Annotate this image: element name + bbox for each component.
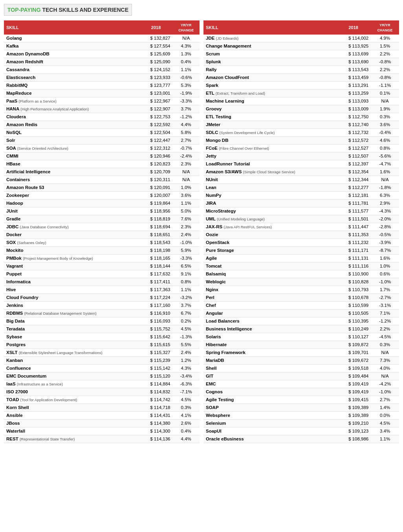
change-cell: 3.7% — [172, 105, 200, 113]
change-cell: -1.0% — [371, 388, 399, 396]
salary-cell: $ 109,672 — [336, 356, 371, 364]
left-table: SKILL 2018 YR/YRCHANGE Golang$ 132,827N/… — [4, 20, 200, 443]
change-cell: 0.4% — [172, 427, 200, 435]
skill-cell: ETL (Extract, Transform and Load) — [203, 89, 336, 97]
skill-cell: SOA (Service Oriented Architecture) — [4, 144, 139, 152]
salary-cell: $ 122,504 — [139, 128, 173, 136]
right-change-header: YR/YRCHANGE — [371, 20, 399, 35]
change-cell: -2.0% — [371, 215, 399, 223]
change-cell: -1.9% — [172, 89, 200, 97]
change-cell: 5.0% — [172, 207, 200, 215]
table-row: SOA (Service Oriented Architecture)$ 122… — [4, 144, 200, 152]
table-row: Zookeeper$ 120,0073.6% — [4, 191, 200, 199]
change-cell: 1.3% — [172, 50, 200, 58]
change-cell: 4.9% — [371, 35, 399, 42]
skill-cell: JDBC (Java Database Connectivity) — [4, 223, 139, 231]
skill-cell: Pure Storage — [203, 246, 336, 254]
change-cell: 1.0% — [371, 262, 399, 270]
salary-cell: $ 118,651 — [139, 231, 173, 238]
table-row: Cloudera$ 122,753-1.2% — [4, 113, 200, 121]
salary-cell: $ 113,291 — [336, 81, 371, 89]
change-cell: 5.5% — [172, 341, 200, 349]
skill-cell: GIT — [203, 372, 336, 380]
table-row: Tomcat$ 111,1161.0% — [203, 262, 399, 270]
change-cell: 4.5% — [172, 325, 200, 333]
skill-cell: Amazon DynamoDB — [4, 50, 139, 58]
skill-cell: Balsamiq — [203, 270, 336, 278]
skill-cell: Solr — [4, 136, 139, 144]
table-row: Informatica$ 117,4110.8% — [4, 278, 200, 286]
salary-cell: $ 122,592 — [139, 121, 173, 128]
salary-cell: $ 119,864 — [139, 199, 173, 207]
change-cell: 4.5% — [172, 396, 200, 404]
change-cell: N/A — [172, 168, 200, 176]
change-cell: N/A — [172, 35, 200, 42]
change-cell: -1.2% — [371, 317, 399, 325]
skill-cell: Angular — [203, 309, 336, 317]
salary-cell: $ 112,740 — [336, 121, 371, 128]
table-row: Docker$ 118,6512.4% — [4, 231, 200, 238]
salary-cell: $ 113,009 — [336, 105, 371, 113]
salary-cell: $ 110,828 — [336, 278, 371, 286]
change-cell: 1.2% — [172, 356, 200, 364]
change-cell: 0.3% — [172, 404, 200, 411]
salary-cell: $ 120,946 — [139, 152, 173, 160]
table-row: Oozie$ 111,353-0.5% — [203, 231, 399, 238]
salary-cell: $ 118,956 — [139, 207, 173, 215]
change-cell: 2.4% — [172, 231, 200, 238]
salary-cell: $ 115,752 — [139, 325, 173, 333]
salary-cell: $ 120,311 — [139, 176, 173, 183]
table-row: Hadoop$ 119,8641.1% — [4, 199, 200, 207]
table-row: Korn Shell$ 114,7180.3% — [4, 404, 200, 411]
skill-cell: Waterfall — [4, 427, 139, 435]
salary-cell: $ 110,395 — [336, 317, 371, 325]
change-cell: 4.0% — [371, 364, 399, 372]
salary-cell: $ 111,116 — [336, 262, 371, 270]
skill-cell: HANA (High Performance Analytical Applic… — [4, 105, 139, 113]
salary-cell: $ 110,127 — [336, 333, 371, 341]
table-row: Elasticsearch$ 123,933-0.6% — [4, 73, 200, 81]
salary-cell: $ 110,249 — [336, 325, 371, 333]
salary-cell: $ 110,599 — [336, 301, 371, 309]
change-cell: 5.8% — [172, 128, 200, 136]
skill-cell: OpenStack — [203, 238, 336, 246]
change-cell: -1.0% — [371, 278, 399, 286]
table-row: Agile Testing$ 109,4152.7% — [203, 396, 399, 404]
skill-cell: PMBok (Project Management Body of Knowle… — [4, 254, 139, 262]
table-row: TOAD (Tool for Application Development)$… — [4, 396, 200, 404]
change-cell: 7.6% — [172, 215, 200, 223]
change-cell: 0.3% — [371, 113, 399, 121]
skill-cell: Splunk — [203, 58, 336, 66]
skill-cell: EMC Documentum — [4, 372, 139, 380]
salary-cell: $ 114,002 — [336, 35, 371, 42]
skill-cell: Gradle — [4, 215, 139, 223]
table-row: Shell$ 109,5184.0% — [203, 364, 399, 372]
skill-cell: Cloudera — [4, 113, 139, 121]
salary-cell: $ 113,925 — [336, 42, 371, 50]
table-row: MicroStrategy$ 111,577-4.3% — [203, 207, 399, 215]
change-cell: -1.0% — [172, 238, 200, 246]
skill-cell: Perl — [203, 294, 336, 301]
table-row: Splunk$ 113,690-0.8% — [203, 58, 399, 66]
change-cell: N/A — [371, 349, 399, 356]
salary-cell: $ 122,967 — [139, 97, 173, 105]
table-row: FCoE (Fibre Channel Over Ethernet)$ 112,… — [203, 144, 399, 152]
table-row: Chef$ 110,599-3.1% — [203, 301, 399, 309]
salary-cell: $ 120,823 — [139, 160, 173, 168]
change-cell: 4.4% — [172, 121, 200, 128]
table-row: EMC$ 109,419-4.2% — [203, 380, 399, 388]
table-row: Golang$ 132,827N/A — [4, 35, 200, 42]
table-row: Load Balancers$ 110,395-1.2% — [203, 317, 399, 325]
change-cell: 0.1% — [371, 89, 399, 97]
change-cell: -4.7% — [371, 160, 399, 168]
skill-cell: Zookeeper — [4, 191, 139, 199]
left-table-section: SKILL 2018 YR/YRCHANGE Golang$ 132,827N/… — [4, 20, 200, 443]
skill-cell: UML (Unified Modeling Language) — [203, 215, 336, 223]
skill-cell: PaaS (Platform as a Service) — [4, 97, 139, 105]
table-row: XSLT (Extensible Stylesheet Language Tra… — [4, 349, 200, 356]
skill-cell: Hive — [4, 286, 139, 294]
salary-cell: $ 112,344 — [336, 176, 371, 183]
salary-cell: $ 116,093 — [139, 317, 173, 325]
salary-cell: $ 111,171 — [336, 246, 371, 254]
table-row: Change Management$ 113,9251.5% — [203, 42, 399, 50]
